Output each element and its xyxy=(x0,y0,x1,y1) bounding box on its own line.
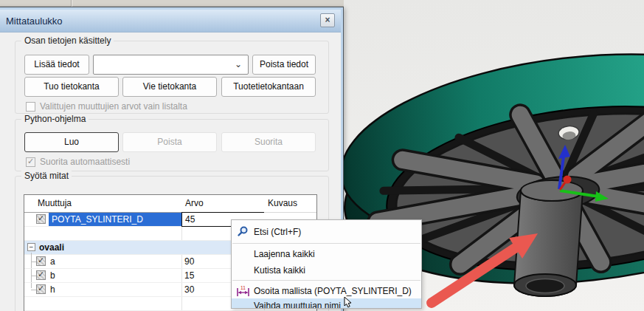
measures-group-label: Syötä mitat xyxy=(21,171,72,181)
menu-item-find[interactable]: Etsi (Ctrl+F) xyxy=(232,222,421,241)
menu-item-rename-variable[interactable]: Vaihda muuttujan nimi xyxy=(232,298,421,309)
col-description: Kuvaus xyxy=(268,198,297,208)
menu-item-label: Osoita mallista (POYTA_SYLINTERI_D) xyxy=(254,286,412,296)
add-data-button[interactable]: Lisää tiedot xyxy=(24,55,89,75)
run-program-button: Suorita xyxy=(221,132,316,152)
variable-name: h xyxy=(50,284,55,295)
auto-run-checkbox-row: Suorita automaattisesti xyxy=(26,157,130,167)
data-combobox[interactable]: ⌄ xyxy=(93,55,249,75)
mouse-cursor-icon xyxy=(344,297,354,309)
dialog-titlebar[interactable]: Mittataulukko × xyxy=(0,10,341,33)
export-database-button[interactable]: Vie tietokanta xyxy=(122,77,217,97)
import-database-button[interactable]: Tuo tietokanta xyxy=(24,77,119,97)
menu-item-label: Vaihda muuttujan nimi xyxy=(254,301,341,310)
menu-item-label: Kutista kaikki xyxy=(254,265,305,276)
variable-name: a xyxy=(50,256,55,267)
checkbox-checked-icon xyxy=(26,157,35,167)
checkbox-checked-icon[interactable] xyxy=(36,284,46,294)
table-header: Muuttuja Arvo Kuvaus xyxy=(24,195,316,213)
product-database-button[interactable]: Tuotetietokantaan xyxy=(221,77,316,97)
col-variable: Muuttuja xyxy=(38,198,72,208)
menu-item-point-from-model[interactable]: 11 Osoita mallista (POYTA_SYLINTERI_D) xyxy=(232,283,421,298)
variable-value[interactable]: 90 xyxy=(184,256,194,267)
variable-value[interactable]: 15 xyxy=(184,270,194,281)
delete-program-button: Poista xyxy=(122,132,217,152)
group-name: ovaali xyxy=(39,242,64,253)
magnifier-icon xyxy=(232,226,254,237)
list-only-checkbox-label: Valittujen muuttujien arvot vain listalt… xyxy=(40,101,187,112)
chevron-down-icon[interactable]: ⌄ xyxy=(235,59,242,69)
menu-item-expand-all[interactable]: Laajenna kaikki xyxy=(232,246,421,262)
menu-item-label: Laajenna kaikki xyxy=(254,249,315,259)
menu-item-collapse-all[interactable]: Kutista kaikki xyxy=(232,262,421,278)
python-program-group: Python-ohjelma Luo Poista Suorita Suorit… xyxy=(15,119,329,171)
menu-item-label: Etsi (Ctrl+F) xyxy=(254,227,301,237)
context-menu: Etsi (Ctrl+F) Laajenna kaikki Kutista ka… xyxy=(231,219,422,309)
dimension-icon: 11 xyxy=(232,285,254,297)
checkbox-checked-icon[interactable] xyxy=(36,256,46,266)
toolbar-edge-strip xyxy=(0,0,344,7)
remove-data-button[interactable]: Poista tiedot xyxy=(252,55,316,75)
checkbox-checked-icon[interactable] xyxy=(36,214,46,224)
dialog-title: Mittataulukko xyxy=(6,16,63,27)
svg-text:11: 11 xyxy=(240,285,246,290)
close-button[interactable]: × xyxy=(320,13,335,27)
collapse-minus-icon[interactable]: − xyxy=(27,243,35,251)
col-value: Arvo xyxy=(185,198,204,208)
checkbox-checked-icon[interactable] xyxy=(36,270,46,280)
part-data-group-label: Osan tietojen käsittely xyxy=(21,35,114,46)
part-data-group: Osan tietojen käsittely Lisää tiedot ⌄ P… xyxy=(15,41,329,114)
python-group-label: Python-ohjelma xyxy=(21,114,89,124)
menu-separator xyxy=(232,280,420,281)
variable-value[interactable]: 30 xyxy=(184,284,194,295)
selected-variable-name[interactable]: POYTA_SYLINTERI_D xyxy=(49,213,181,226)
menu-separator xyxy=(232,243,420,244)
variable-name: b xyxy=(50,270,55,281)
list-only-checkbox-row[interactable]: Valittujen muuttujien arvot vain listalt… xyxy=(26,101,187,112)
toolbar-divider xyxy=(71,0,72,7)
create-program-button[interactable]: Luo xyxy=(24,132,119,152)
checkbox-unchecked-icon[interactable] xyxy=(26,102,35,112)
auto-run-checkbox-label: Suorita automaattisesti xyxy=(40,157,130,167)
